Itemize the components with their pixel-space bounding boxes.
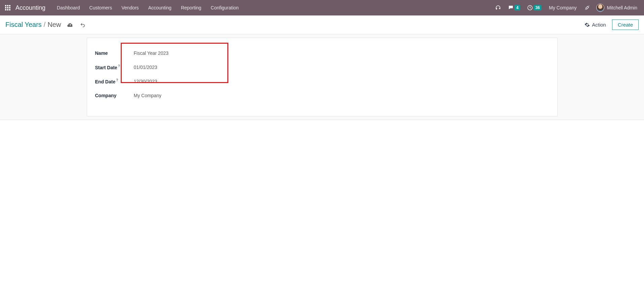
top-nav-left: Accounting Dashboard Customers Vendors A… xyxy=(3,0,243,15)
company-switcher[interactable]: My Company xyxy=(546,5,579,10)
top-nav: Accounting Dashboard Customers Vendors A… xyxy=(0,0,644,15)
breadcrumb-current: New xyxy=(47,21,61,29)
debug-tools-button[interactable] xyxy=(582,0,592,15)
field-row-end-date: End Date? 12/30/2023 xyxy=(95,74,210,88)
value-end-date[interactable]: 12/30/2023 xyxy=(134,79,157,84)
clock-icon xyxy=(527,5,533,11)
breadcrumb-separator: / xyxy=(44,21,46,29)
action-label: Action xyxy=(592,22,606,28)
value-name[interactable]: Fiscal Year 2023 xyxy=(134,50,169,56)
label-name: Name xyxy=(95,50,134,56)
wrench-icon xyxy=(584,5,590,11)
menu-accounting[interactable]: Accounting xyxy=(144,0,176,15)
breadcrumb: Fiscal Years / New xyxy=(5,21,61,29)
field-row-start-date: Start Date? 01/01/2023 xyxy=(95,60,210,74)
content-area: Name Fiscal Year 2023 Start Date? 01/01/… xyxy=(0,34,644,120)
action-dropdown[interactable]: Action xyxy=(584,22,606,28)
menu-dashboard[interactable]: Dashboard xyxy=(52,0,85,15)
control-bar: Fiscal Years / New Action Create xyxy=(0,15,644,34)
support-button[interactable] xyxy=(493,0,503,15)
messages-button[interactable]: 4 xyxy=(506,0,522,15)
menu-reporting[interactable]: Reporting xyxy=(176,0,206,15)
activities-button[interactable]: 36 xyxy=(525,0,543,15)
menu-customers[interactable]: Customers xyxy=(85,0,117,15)
value-start-date[interactable]: 01/01/2023 xyxy=(134,65,157,70)
breadcrumb-parent[interactable]: Fiscal Years xyxy=(5,21,42,29)
field-group: Name Fiscal Year 2023 Start Date? 01/01/… xyxy=(95,46,210,103)
save-button[interactable] xyxy=(67,22,74,28)
form-card: Name Fiscal Year 2023 Start Date? 01/01/… xyxy=(87,38,558,116)
label-end-date-text: End Date xyxy=(95,79,116,84)
field-row-name: Name Fiscal Year 2023 xyxy=(95,46,210,60)
apps-grid-icon xyxy=(5,5,10,10)
headset-icon xyxy=(495,5,501,11)
label-company: Company xyxy=(95,93,134,98)
value-company[interactable]: My Company xyxy=(134,93,161,98)
app-title[interactable]: Accounting xyxy=(13,4,52,11)
activities-badge: 36 xyxy=(534,5,541,10)
help-icon[interactable]: ? xyxy=(118,64,120,68)
messages-badge: 4 xyxy=(515,5,520,10)
breadcrumb-actions xyxy=(67,22,86,28)
user-avatar xyxy=(596,4,604,12)
label-end-date: End Date? xyxy=(95,78,134,84)
user-menu[interactable]: Mitchell Admin xyxy=(595,4,639,12)
apps-menu-button[interactable] xyxy=(3,0,13,15)
undo-icon xyxy=(80,22,86,28)
cloud-upload-icon xyxy=(67,22,74,28)
label-start-date-text: Start Date xyxy=(95,65,117,70)
top-nav-right: 4 36 My Company Mitchell Admin xyxy=(493,0,641,15)
label-start-date: Start Date? xyxy=(95,64,134,70)
field-row-company: Company My Company xyxy=(95,88,210,103)
menu-vendors[interactable]: Vendors xyxy=(117,0,143,15)
user-name: Mitchell Admin xyxy=(607,5,637,10)
help-icon[interactable]: ? xyxy=(116,78,118,82)
discard-button[interactable] xyxy=(80,22,86,28)
chat-icon xyxy=(508,5,514,11)
menu-configuration[interactable]: Configuration xyxy=(206,0,243,15)
create-button[interactable]: Create xyxy=(612,20,639,30)
gear-icon xyxy=(584,22,590,28)
control-bar-right: Action Create xyxy=(584,20,639,30)
main-menu: Dashboard Customers Vendors Accounting R… xyxy=(52,0,243,15)
